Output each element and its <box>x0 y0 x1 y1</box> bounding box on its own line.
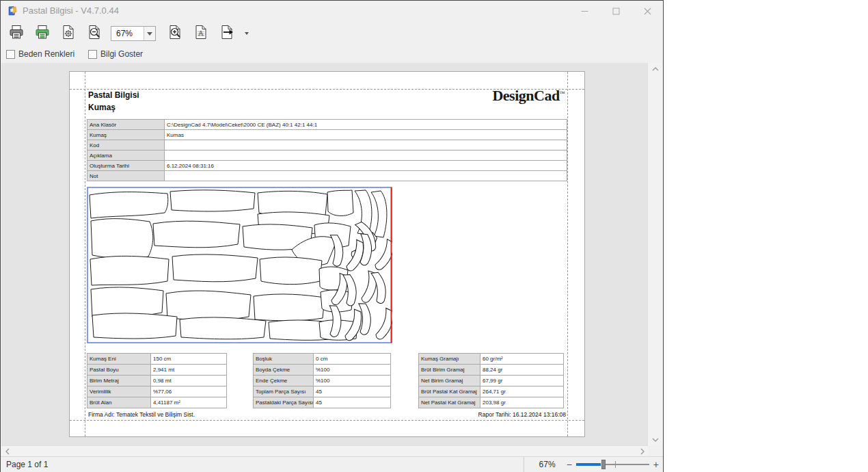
page-gear-icon <box>60 24 77 43</box>
bilgi-goster-checkbox[interactable] <box>88 50 97 59</box>
report-fabric: Kumaş <box>88 103 116 112</box>
table-row: Verimlilik%77,06 <box>87 386 227 397</box>
window-title: Pastal Bilgisi - V4.7.0.44 <box>23 5 119 16</box>
page-setup-button[interactable] <box>59 24 78 43</box>
page-letter-a-icon: A <box>193 24 209 43</box>
table-row: Boşluk0 cm <box>254 354 391 365</box>
table-row: Net Pastal Kat Gramaj203,98 gr <box>419 397 564 408</box>
text-report-button[interactable]: A <box>191 24 211 43</box>
table-row: Açıklama <box>87 150 567 161</box>
table-row: Oluşturma Tarihi6.12.2024 08:31:16 <box>87 161 567 171</box>
zoom-in-control[interactable]: + <box>653 459 659 470</box>
svg-text:A: A <box>198 29 204 37</box>
table-row: Toplam Parça Sayısı45 <box>254 386 391 397</box>
table-row: Kod <box>87 140 567 150</box>
table-row: Birim Metraj0,98 mt <box>87 376 227 386</box>
export-dropdown-button[interactable] <box>243 24 249 43</box>
table-row: Brüt Alan4,41187 m² <box>87 397 227 408</box>
page-export-arrow-icon <box>219 24 235 43</box>
vertical-scrollbar[interactable] <box>647 63 662 445</box>
zoom-out-control[interactable]: − <box>567 459 572 470</box>
zoom-slider[interactable] <box>576 460 649 469</box>
bilgi-goster-label: Bilgi Goster <box>100 49 143 59</box>
scroll-right-button[interactable] <box>636 446 648 456</box>
beden-renkleri-option[interactable]: Beden Renkleri <box>6 49 74 59</box>
table-row: Kumaş Gramajı60 gr/m² <box>419 354 564 365</box>
app-icon <box>7 5 18 16</box>
options-bar: Beden Renkleri Bilgi Goster <box>1 45 663 63</box>
zoom-slider-track <box>606 464 649 465</box>
table-row: Brüt Pastal Kat Gramaj264,71 gr <box>419 386 564 397</box>
zoom-in-button[interactable] <box>165 24 185 43</box>
zoom-slider-fill <box>576 463 601 466</box>
status-bar: Page 1 of 1 67% − + <box>1 456 663 472</box>
print-button[interactable] <box>7 24 26 43</box>
bilgi-goster-option[interactable]: Bilgi Goster <box>88 49 143 59</box>
scroll-up-button[interactable] <box>648 63 662 75</box>
scroll-left-button[interactable] <box>1 446 13 456</box>
weight-stats-table: Kumaş Gramajı60 gr/m² Brüt Birim Gramaj8… <box>418 353 564 408</box>
margin-guide-left <box>85 72 85 436</box>
beden-renkleri-label: Beden Renkleri <box>18 49 74 59</box>
quick-print-button[interactable] <box>33 24 52 43</box>
zoom-controls: 67% − + <box>524 457 659 472</box>
table-row: Not <box>87 171 567 181</box>
zoom-combobox-value: 67% <box>111 29 144 38</box>
fabric-stats-table: Kumaş Eni150 cm Pastal Boyu2,941 mt Biri… <box>87 353 227 408</box>
zoom-combobox[interactable]: 67% <box>111 26 156 41</box>
table-row: Ana KlasörC:\DesignCad 4.7\Model\Ceket\2… <box>87 120 567 130</box>
table-row: Boyda Çekme%100 <box>254 365 391 376</box>
marker-layout-image <box>87 187 392 343</box>
page-indicator: Page 1 of 1 <box>6 460 48 469</box>
zoom-combobox-dropdown-button[interactable] <box>144 27 155 40</box>
magnifier-minus-icon <box>86 24 103 43</box>
report-date-footer: Rapor Tarihi: 16.12.2024 13:16:08 <box>478 411 566 418</box>
zoom-percent-label: 67% <box>539 460 556 469</box>
margin-guide-bottom <box>70 420 584 421</box>
titlebar: Pastal Bilgisi - V4.7.0.44 <box>1 1 663 21</box>
export-button[interactable] <box>217 24 236 43</box>
report-info-table: Ana KlasörC:\DesignCad 4.7\Model\Ceket\2… <box>87 119 567 181</box>
report-page: Pastal Bilgisi Kumaş DesignCad™ Ana Klas… <box>69 71 585 437</box>
table-row: Pastaldaki Parça Sayısı45 <box>254 397 391 408</box>
maximize-button[interactable] <box>600 1 632 21</box>
printer-green-icon <box>34 24 51 43</box>
chevron-down-icon <box>245 32 249 35</box>
report-title: Pastal Bilgisi <box>88 90 139 100</box>
close-button[interactable] <box>632 1 663 21</box>
margin-guide-right <box>567 72 568 436</box>
table-row: Ende Çekme%100 <box>254 376 391 386</box>
scroll-down-button[interactable] <box>648 434 662 445</box>
printer-icon <box>8 24 25 43</box>
beden-renkleri-checkbox[interactable] <box>6 50 15 59</box>
company-footer: Firma Adı: Tematek Tekstil ve Bilişim Si… <box>88 411 195 418</box>
table-row: Brüt Birim Gramaj88,24 gr <box>419 365 564 376</box>
horizontal-scrollbar[interactable] <box>1 445 648 456</box>
zoom-slider-tick <box>615 461 616 468</box>
chevron-down-icon <box>147 32 152 36</box>
table-row: Kumaş Eni150 cm <box>87 354 227 365</box>
designcad-logo: DesignCad™ <box>492 87 565 105</box>
zoom-out-button[interactable] <box>85 24 104 43</box>
magnifier-plus-icon <box>167 24 183 43</box>
table-row: Net Birim Gramaj67,99 gr <box>419 376 564 386</box>
shrink-stats-table: Boşluk0 cm Boyda Çekme%100 Ende Çekme%10… <box>253 353 391 408</box>
app-window: Pastal Bilgisi - V4.7.0.44 <box>0 0 664 472</box>
table-row: KumaşKumas <box>87 130 567 140</box>
table-row: Pastal Boyu2,941 mt <box>87 365 227 376</box>
preview-area[interactable]: Pastal Bilgisi Kumaş DesignCad™ Ana Klas… <box>1 63 648 445</box>
toolbar: 67% <box>1 22 663 45</box>
minimize-button[interactable] <box>569 1 600 21</box>
